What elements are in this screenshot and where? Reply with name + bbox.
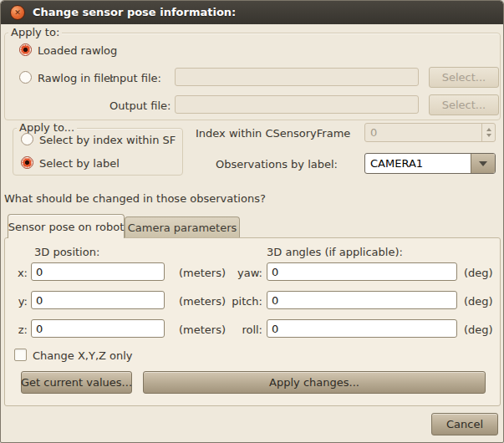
spinner-up-icon [486, 128, 491, 131]
angles-header: 3D angles (if applicable): [267, 246, 403, 258]
loaded-rawlog-radio[interactable] [19, 43, 32, 56]
index-spinner-arrows [481, 124, 495, 141]
x-label: x: [8, 267, 28, 279]
close-button[interactable]: ✕ [10, 5, 25, 20]
rawlog-in-file-label: Rawlog in file: [38, 72, 114, 84]
titlebar: ✕ Change sensor pose information: [1, 1, 503, 24]
select-by-index-radio[interactable] [21, 133, 33, 145]
observations-by-label-label: Observations by label: [216, 158, 338, 171]
tab-sensor-pose[interactable]: Sensor pose on robot [8, 214, 125, 238]
x-input[interactable] [31, 262, 165, 281]
y-input[interactable] [31, 291, 165, 309]
change-xyz-checkbox[interactable] [14, 349, 27, 361]
roll-input[interactable] [267, 319, 457, 338]
yaw-label: yaw: [218, 267, 262, 279]
output-file-field [175, 95, 419, 114]
y-label: y: [8, 295, 28, 308]
get-current-values-button[interactable]: Get current values... [21, 371, 132, 394]
input-file-field [175, 68, 419, 86]
spinner-down-icon [486, 134, 491, 137]
tab-camera-parameters-label: Camera parameters [128, 222, 237, 234]
close-icon: ✕ [14, 9, 21, 17]
index-within-label: Index within CSensoryFrame [196, 127, 350, 140]
question-label: What should be changed in those observat… [4, 192, 266, 205]
input-file-label: Input file: [109, 72, 161, 84]
index-spinner-value: 0 [365, 124, 481, 141]
pitch-unit-label: (deg) [464, 295, 493, 308]
loaded-rawlog-label: Loaded rawlog [38, 44, 117, 57]
z-input[interactable] [31, 319, 165, 338]
group-apply-to-legend: Apply to: [8, 26, 62, 39]
dialog-window: ✕ Change sensor pose information: Apply … [0, 0, 504, 443]
select-by-label-radio[interactable] [21, 156, 33, 169]
change-xyz-label: Change X,Y,Z only [33, 349, 133, 362]
window-title: Change sensor pose information: [33, 1, 236, 24]
select-input-file-button: Select... [429, 67, 499, 88]
rawlog-in-file-radio[interactable] [19, 71, 32, 84]
observations-combo[interactable]: CAMERA1 [364, 153, 496, 174]
index-spinner: 0 [364, 123, 496, 142]
output-file-label: Output file: [109, 99, 171, 112]
tab-sensor-pose-label: Sensor pose on robot [8, 221, 124, 233]
cancel-button[interactable]: Cancel [431, 413, 498, 435]
select-by-index-label: Select by index within SF [39, 134, 176, 146]
roll-unit-label: (deg) [464, 323, 493, 336]
select-output-file-button: Select... [429, 94, 499, 115]
chevron-down-icon [479, 161, 487, 166]
tab-camera-parameters[interactable]: Camera parameters [125, 216, 240, 237]
z-label: z: [8, 323, 28, 336]
pitch-label: pitch: [218, 295, 262, 308]
pitch-input[interactable] [267, 291, 457, 309]
select-by-label-label: Select by label [39, 157, 120, 170]
roll-label: roll: [218, 323, 262, 336]
observations-combo-dropdown[interactable] [471, 154, 495, 173]
yaw-input[interactable] [267, 262, 457, 281]
position-header: 3D position: [34, 246, 99, 258]
yaw-unit-label: (deg) [464, 267, 493, 279]
observations-combo-value: CAMERA1 [365, 154, 471, 173]
apply-changes-button[interactable]: Apply changes... [143, 371, 486, 394]
